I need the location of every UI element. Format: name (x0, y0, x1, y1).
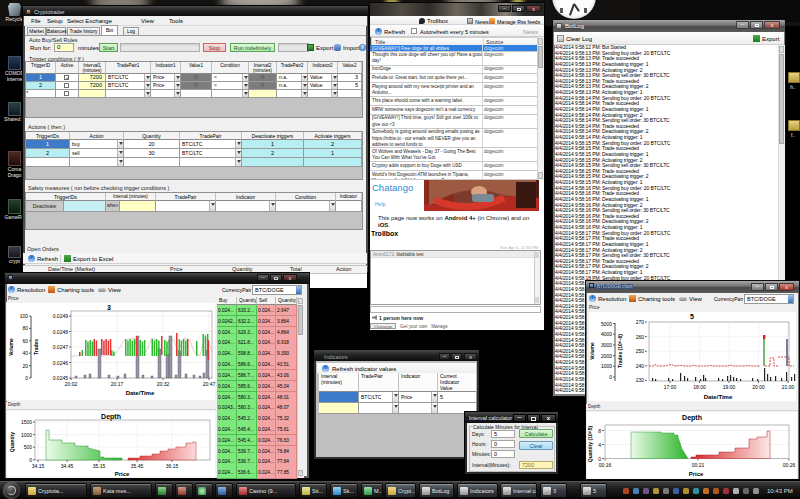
svg-text:4000: 4000 (601, 331, 612, 337)
svg-text:2000: 2000 (601, 353, 612, 359)
svg-text:250: 250 (636, 348, 645, 354)
svg-text:0.0248: 0.0248 (53, 329, 69, 335)
svg-text:Depth: Depth (682, 414, 702, 422)
svg-text:260: 260 (636, 334, 645, 340)
svg-text:0.0247: 0.0247 (53, 344, 69, 350)
svg-text:20:17: 20:17 (111, 381, 124, 387)
svg-text:18:00: 18:00 (693, 384, 706, 390)
svg-text:Date/Time: Date/Time (704, 394, 733, 400)
svg-text:270: 270 (636, 319, 645, 325)
svg-text:100: 100 (20, 313, 29, 319)
svg-text:00:16: 00:16 (599, 462, 612, 468)
svg-text:35.45: 35.45 (131, 463, 144, 469)
svg-text:35.15: 35.15 (93, 463, 106, 469)
svg-text:3000: 3000 (601, 342, 612, 348)
svg-text:40: 40 (22, 350, 28, 356)
svg-text:0: 0 (25, 375, 28, 381)
svg-text:20:32: 20:32 (157, 381, 170, 387)
svg-text:Quantity (10^5): Quantity (10^5) (587, 426, 593, 463)
svg-text:20:47: 20:47 (203, 381, 216, 387)
svg-text:Date/Time: Date/Time (126, 390, 155, 396)
svg-text:20:02: 20:02 (65, 381, 78, 387)
svg-text:4: 4 (598, 442, 601, 448)
svg-text:8: 8 (598, 428, 601, 434)
svg-text:34.15: 34.15 (32, 463, 45, 469)
svg-text:36.15: 36.15 (166, 463, 179, 469)
svg-text:3: 3 (107, 304, 111, 311)
svg-text:80: 80 (22, 325, 28, 331)
svg-text:00:26: 00:26 (783, 462, 796, 468)
svg-text:Volume: Volume (8, 338, 14, 356)
svg-text:5: 5 (690, 313, 694, 320)
svg-text:0: 0 (29, 457, 32, 463)
svg-text:1000: 1000 (21, 432, 32, 438)
svg-text:500: 500 (24, 444, 33, 450)
svg-text:1500: 1500 (21, 419, 32, 425)
svg-text:0: 0 (598, 456, 601, 462)
svg-text:19:00: 19:00 (723, 384, 736, 390)
svg-text:Trades: Trades (33, 339, 39, 355)
svg-text:34.45: 34.45 (61, 463, 74, 469)
svg-text:20:00: 20:00 (752, 384, 765, 390)
svg-text:0.0249: 0.0249 (53, 313, 69, 319)
svg-text:0.0246: 0.0246 (53, 360, 69, 366)
svg-text:Price: Price (689, 471, 704, 477)
svg-text:240: 240 (636, 363, 645, 369)
svg-text:Trades (10^-6): Trades (10^-6) (617, 334, 623, 368)
svg-text:0: 0 (609, 374, 612, 380)
svg-text:00:21: 00:21 (692, 462, 705, 468)
svg-text:20: 20 (22, 363, 28, 369)
svg-text:60: 60 (22, 338, 28, 344)
svg-text:17:00: 17:00 (664, 384, 677, 390)
svg-text:Price: Price (115, 471, 130, 477)
svg-text:Quantity: Quantity (9, 432, 15, 452)
svg-text:Volume: Volume (589, 342, 595, 360)
svg-text:21:00: 21:00 (782, 384, 795, 390)
svg-text:1000: 1000 (601, 363, 612, 369)
svg-text:230: 230 (636, 377, 645, 383)
svg-text:5000: 5000 (601, 321, 612, 327)
